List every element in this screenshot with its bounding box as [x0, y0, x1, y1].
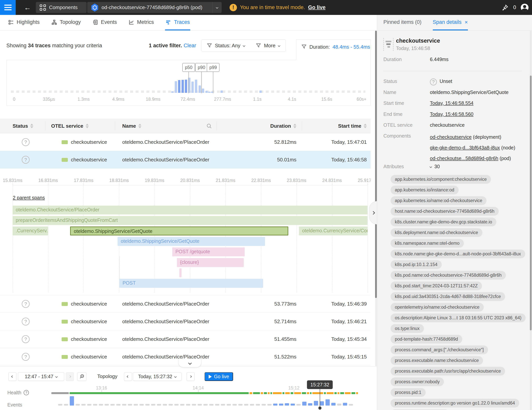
event-bar: [227, 404, 231, 406]
event-bar: [128, 404, 132, 406]
tab-span-details[interactable]: Span details ×: [433, 15, 468, 30]
sort-icon[interactable]: [30, 124, 33, 128]
tab-topology[interactable]: Topology: [51, 15, 81, 30]
detail-row-attributes: Attributes 30: [383, 164, 527, 169]
waterfall-span[interactable]: oteldemo.CheckoutService/PlaceOrder: [13, 206, 368, 214]
user-avatar[interactable]: [521, 4, 529, 11]
cell-duration: 51.522ms: [238, 348, 296, 366]
pod-caret-button[interactable]: [212, 2, 222, 13]
back-button[interactable]: ←: [22, 0, 33, 15]
go-live-button[interactable]: Go live: [205, 372, 233, 381]
tab-highlights[interactable]: Highlights: [8, 15, 40, 30]
column-header-start-time[interactable]: Start time: [309, 119, 367, 133]
clear-filters-link[interactable]: Clear: [184, 43, 196, 49]
status-filter-label: Status: Any: [215, 43, 240, 49]
event-bar: [163, 404, 167, 406]
close-icon[interactable]: ×: [465, 19, 468, 25]
components-button[interactable]: Components: [36, 2, 87, 13]
components-label: Components: [49, 4, 77, 10]
table-row[interactable]: ?checkoutserviceoteldemo.CheckoutService…: [0, 313, 370, 330]
waterfall-axis-tick: [226, 183, 226, 185]
health-segment: [352, 392, 355, 394]
waterfall-span[interactable]: [179, 268, 181, 277]
histogram-bar: [178, 80, 180, 93]
search-icon[interactable]: [206, 119, 212, 133]
chevron-down-icon: [243, 44, 245, 47]
histogram-axis-label: 72.4ms: [180, 97, 195, 102]
table-row[interactable]: ?checkoutserviceoteldemo.CheckoutService…: [0, 295, 370, 313]
time-forward-button[interactable]: [187, 372, 195, 381]
histogram-axis-label: 1.1s: [253, 97, 261, 102]
waterfall-span[interactable]: POST: [119, 279, 263, 288]
sort-icon[interactable]: [364, 124, 367, 128]
status-filter-button[interactable]: Status: Any: [201, 39, 250, 52]
duration-histogram[interactable]: p50p90p99 0335µs1.3ms4.9ms18.9ms72.4ms27…: [6, 60, 370, 105]
duration-filter[interactable]: Duration: 48.4ms - 55.4ms: [296, 39, 370, 60]
status-unset-icon: ?: [430, 78, 437, 86]
health-segment: [270, 392, 272, 394]
detail-row-start-time: Start timeToday, 15:46:58.554: [383, 100, 527, 106]
tab-metrics[interactable]: Metrics: [128, 15, 154, 30]
column-header-name[interactable]: Name: [122, 119, 142, 133]
waterfall-axis-label: 17.831ms: [74, 178, 93, 183]
hamburger-menu-button[interactable]: [0, 0, 16, 15]
zoom-out-button[interactable]: [77, 372, 86, 381]
time-back-button[interactable]: [124, 372, 132, 381]
table-row[interactable]: ?checkoutserviceoteldemo.CheckoutService…: [0, 133, 370, 151]
help-icon[interactable]: ?: [24, 390, 29, 395]
time-select[interactable]: Today, 15:27:32: [133, 372, 181, 381]
column-header-duration[interactable]: Duration: [238, 119, 296, 133]
detail-row-name: Nameoteldemo.ShippingService/GetQuote: [383, 89, 527, 95]
range-back-button[interactable]: [9, 372, 17, 381]
waterfall-axis-tick: [84, 183, 84, 185]
health-segment: [334, 392, 337, 394]
event-bar: [273, 404, 277, 406]
end-time-link[interactable]: Today, 15:46:58.560: [430, 111, 474, 117]
component-link[interactable]: od-checkoutservice: [430, 134, 472, 140]
tab-traces[interactable]: Traces: [165, 15, 190, 30]
more-filters-button[interactable]: More: [250, 39, 286, 52]
event-bar: [203, 404, 208, 406]
waterfall-span[interactable]: oteldemo.ShippingService/GetQuote: [118, 237, 265, 246]
component-link[interactable]: gke-gke-demo-d...3bf643a8-i8ux: [430, 145, 500, 150]
table-row[interactable]: ?checkoutserviceoteldemo.CheckoutService…: [0, 151, 370, 169]
time-range-select[interactable]: 12:47 - 15:47: [18, 372, 64, 381]
component-link-row: gke-gke-demo-d...3bf643a8-i8ux (node): [430, 144, 515, 154]
chevron-down-icon: [174, 375, 177, 378]
waterfall-span-label: prepareOrderItemsAndShippingQuoteFromCar…: [13, 216, 368, 224]
go-live-link[interactable]: Go live: [308, 4, 325, 10]
column-header-status[interactable]: Status: [13, 119, 33, 133]
waterfall-span[interactable]: prepareOrderItemsAndShippingQuoteFromCar…: [13, 216, 368, 225]
pod-selector[interactable]: od-checkoutservice-77458d689d-g8r6h (pod…: [87, 2, 222, 13]
cell-otel-service: checkoutservice: [71, 330, 107, 348]
waterfall-span[interactable]: .CurrencyServ...: [13, 227, 48, 235]
waterfall-span[interactable]: oteldemo.CurrencyService/Con: [299, 227, 368, 235]
waterfall-span[interactable]: POST /getquote: [172, 248, 245, 256]
waterfall-span[interactable]: {closure}: [177, 258, 244, 267]
time-travel-marker[interactable]: 15:27:32: [307, 380, 333, 410]
pod-icon: [91, 3, 99, 12]
attribute-chip: k8s.pod.start_time:2024-03-12T11:57:42Z: [390, 282, 482, 290]
column-header-otel-service[interactable]: OTEL service: [51, 119, 89, 133]
chevron-down-icon[interactable]: [429, 165, 432, 168]
table-row[interactable]: ?checkoutserviceoteldemo.CheckoutService…: [0, 330, 370, 348]
start-time-link[interactable]: Today, 15:46:58.554: [430, 100, 474, 106]
panel-scrollbar-thumb[interactable]: [530, 76, 532, 330]
histogram-axis-label: 1.3ms: [77, 97, 90, 102]
cell-duration: 52.714ms: [238, 313, 296, 330]
sort-icon[interactable]: [138, 124, 142, 128]
tab-label: Metrics: [137, 19, 154, 25]
expand-more-rows-tab[interactable]: [178, 359, 201, 367]
attribute-chip: k8s.node.name:gke-gke-demo-d...ault-node…: [390, 249, 525, 258]
waterfall-span[interactable]: oteldemo.ShippingService/GetQuote: [70, 227, 288, 235]
pin-icon[interactable]: [502, 4, 509, 11]
range-forward-button-disabled[interactable]: [66, 372, 74, 381]
component-link[interactable]: od-checkoutse...58d689d-g8r6h: [430, 156, 498, 161]
span-icon: [383, 38, 393, 51]
tab-events[interactable]: Events: [92, 15, 117, 30]
main-scrollbar-thumb[interactable]: [375, 31, 377, 298]
sort-icon[interactable]: [293, 124, 296, 128]
sort-icon[interactable]: [86, 124, 89, 128]
parent-spans-link[interactable]: 2 parent spans: [13, 195, 45, 200]
tab-pinned-items[interactable]: Pinned items (0): [383, 15, 422, 30]
